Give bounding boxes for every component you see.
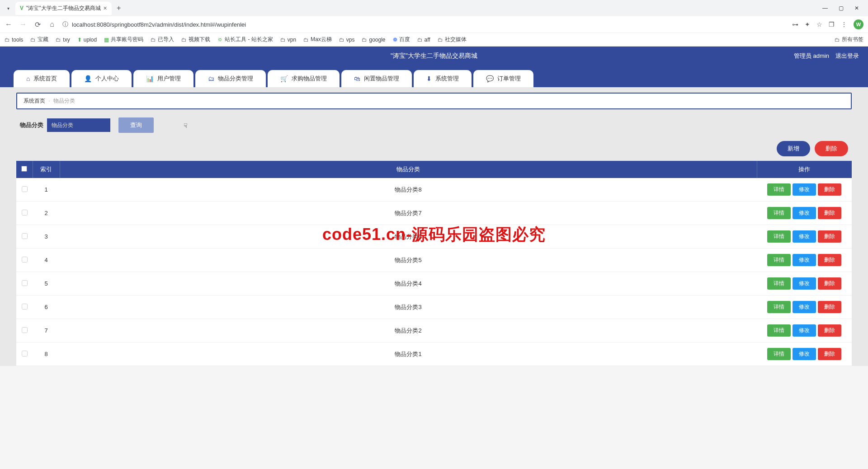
row-checkbox-cell xyxy=(16,295,33,319)
edit-button[interactable]: 修改 xyxy=(793,324,816,337)
table-row: 5物品分类4详情修改删除 xyxy=(16,272,852,295)
row-checkbox[interactable] xyxy=(22,351,28,356)
row-checkbox[interactable] xyxy=(22,257,28,263)
row-ops: 详情修改删除 xyxy=(757,319,852,342)
detail-button[interactable]: 详情 xyxy=(767,324,791,337)
bookmark-item[interactable]: 🗀tools xyxy=(5,37,23,43)
maximize-icon[interactable]: ▢ xyxy=(839,5,844,11)
admin-label[interactable]: 管理员 admin xyxy=(794,52,829,60)
row-checkbox[interactable] xyxy=(22,304,28,310)
detail-button[interactable]: 详情 xyxy=(767,207,791,219)
edit-button[interactable]: 修改 xyxy=(793,348,816,360)
lens-icon[interactable]: ✦ xyxy=(805,21,810,28)
row-delete-button[interactable]: 删除 xyxy=(818,324,841,337)
add-button[interactable]: 新增 xyxy=(777,141,810,156)
nav-tab-system[interactable]: ⬇系统管理 xyxy=(414,70,472,87)
tab-dropdown-icon[interactable]: ▾ xyxy=(4,6,13,11)
site-info-icon[interactable]: ⓘ xyxy=(62,20,68,28)
detail-button[interactable]: 详情 xyxy=(767,183,791,196)
row-checkbox[interactable] xyxy=(22,280,28,286)
query-button[interactable]: 查询 xyxy=(118,117,154,133)
close-window-icon[interactable]: ✕ xyxy=(854,5,859,11)
bookmark-item[interactable]: 🗀宝藏 xyxy=(30,36,48,43)
edit-button[interactable]: 修改 xyxy=(793,301,816,313)
row-index: 5 xyxy=(33,272,60,295)
row-delete-button[interactable]: 删除 xyxy=(818,183,841,196)
row-delete-button[interactable]: 删除 xyxy=(818,348,841,360)
delete-button[interactable]: 删除 xyxy=(815,141,848,156)
breadcrumb-home[interactable]: 系统首页 xyxy=(24,98,45,104)
bookmark-item[interactable]: ▦共享账号密码 xyxy=(104,36,143,43)
nav-tab-idle[interactable]: 🛍闲置物品管理 xyxy=(341,70,412,87)
bookmark-star-icon[interactable]: ☆ xyxy=(816,21,822,28)
url-field[interactable]: ⓘ localhost:8080/springbootf8m2v/admin/d… xyxy=(62,20,786,28)
bookmark-item[interactable]: 🗀已导入 xyxy=(151,36,174,43)
bookmark-item[interactable]: ⛭站长工具 - 站长之家 xyxy=(217,36,273,43)
bookmark-item[interactable]: 🗀vps xyxy=(339,37,355,43)
row-checkbox[interactable] xyxy=(22,327,28,333)
edit-button[interactable]: 修改 xyxy=(793,230,816,243)
row-ops: 详情修改删除 xyxy=(757,225,852,249)
bookmark-item[interactable]: 🗀vpn xyxy=(280,37,296,43)
bookmark-item[interactable]: ❁百度 xyxy=(393,36,410,43)
minimize-icon[interactable]: — xyxy=(822,5,828,11)
bookmark-item[interactable]: 🗀社交媒体 xyxy=(438,36,467,43)
row-delete-button[interactable]: 删除 xyxy=(818,254,841,266)
detail-button[interactable]: 详情 xyxy=(767,348,791,360)
row-delete-button[interactable]: 删除 xyxy=(818,301,841,313)
profile-avatar[interactable]: W xyxy=(854,19,863,29)
baidu-icon: ❁ xyxy=(393,37,397,43)
detail-button[interactable]: 详情 xyxy=(767,230,791,243)
row-category: 物品分类1 xyxy=(60,342,757,366)
bookmark-bar: 🗀tools 🗀宝藏 🗀txy ⬆uplod ▦共享账号密码 🗀已导入 🗀视频下… xyxy=(0,33,868,46)
bookmark-item[interactable]: 🗀Max云梯 xyxy=(303,36,332,43)
bookmark-item[interactable]: ⬆uplod xyxy=(77,37,97,43)
search-input[interactable] xyxy=(47,118,110,132)
nav-tab-users[interactable]: 📊用户管理 xyxy=(133,70,193,87)
folder-icon: 🗀 xyxy=(438,37,443,43)
row-checkbox-cell xyxy=(16,342,33,366)
nav-tab-home[interactable]: ⌂系统首页 xyxy=(14,70,70,87)
logout-link[interactable]: 退出登录 xyxy=(835,52,859,60)
bookmark-item[interactable]: 🗀txy xyxy=(56,37,70,43)
select-all-checkbox[interactable] xyxy=(21,166,27,172)
row-checkbox[interactable] xyxy=(22,186,28,192)
forward-icon[interactable]: → xyxy=(19,20,27,28)
nav-tab-profile[interactable]: 👤个人中心 xyxy=(71,70,132,87)
all-bookmarks[interactable]: 🗀所有书签 xyxy=(835,36,863,43)
edit-button[interactable]: 修改 xyxy=(793,254,816,266)
tab-close-icon[interactable]: × xyxy=(104,5,107,12)
folder-icon: 🗀 xyxy=(280,37,286,43)
edit-button[interactable]: 修改 xyxy=(793,207,816,219)
new-tab-button[interactable]: + xyxy=(114,4,123,13)
vpn-key-icon[interactable]: ⊶ xyxy=(792,21,798,28)
bookmark-item[interactable]: 🗀aff xyxy=(417,37,430,43)
row-delete-button[interactable]: 删除 xyxy=(818,230,841,243)
bookmark-item[interactable]: 🗀视频下载 xyxy=(181,36,210,43)
reload-icon[interactable]: ⟳ xyxy=(33,20,42,29)
menu-icon[interactable]: ⋮ xyxy=(841,21,847,28)
row-category: 物品分类6 xyxy=(60,225,757,249)
nav-tab-category[interactable]: 🗂物品分类管理 xyxy=(195,70,266,87)
extensions-icon[interactable]: ❐ xyxy=(829,21,835,28)
edit-button[interactable]: 修改 xyxy=(793,183,816,196)
download-icon: ⬇ xyxy=(426,75,432,82)
nav-tab-orders[interactable]: 💬订单管理 xyxy=(473,70,533,87)
row-delete-button[interactable]: 删除 xyxy=(818,277,841,290)
row-delete-button[interactable]: 删除 xyxy=(818,207,841,219)
browser-tab[interactable]: V "涛宝"大学生二手物品交易商城 × xyxy=(15,2,112,15)
edit-button[interactable]: 修改 xyxy=(793,277,816,290)
detail-button[interactable]: 详情 xyxy=(767,301,791,313)
table-row: 8物品分类1详情修改删除 xyxy=(16,342,852,366)
detail-button[interactable]: 详情 xyxy=(767,277,791,290)
row-category: 物品分类2 xyxy=(60,319,757,342)
home-icon[interactable]: ⌂ xyxy=(48,20,56,28)
row-category: 物品分类7 xyxy=(60,202,757,225)
nav-tab-wanted[interactable]: 🛒求购物品管理 xyxy=(268,70,340,87)
row-checkbox[interactable] xyxy=(22,210,28,216)
back-icon[interactable]: ← xyxy=(5,20,13,28)
table-row: 7物品分类2详情修改删除 xyxy=(16,319,852,342)
detail-button[interactable]: 详情 xyxy=(767,254,791,266)
row-checkbox[interactable] xyxy=(22,233,28,239)
bookmark-item[interactable]: 🗀google xyxy=(362,37,385,43)
